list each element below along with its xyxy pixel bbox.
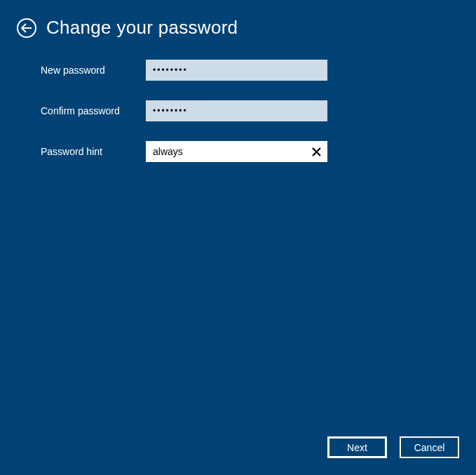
- new-password-label: New password: [41, 65, 146, 76]
- new-password-row: New password: [41, 60, 476, 81]
- confirm-password-label: Confirm password: [41, 105, 146, 116]
- header: Change your password: [0, 0, 476, 39]
- password-hint-label: Password hint: [41, 146, 146, 157]
- cancel-button[interactable]: Cancel: [400, 436, 459, 458]
- back-arrow-icon: [21, 23, 32, 33]
- clear-hint-button[interactable]: [309, 145, 323, 159]
- new-password-input[interactable]: [146, 60, 327, 81]
- page-title: Change your password: [46, 17, 238, 39]
- close-icon: [312, 147, 321, 156]
- confirm-password-input[interactable]: [146, 100, 327, 121]
- back-button[interactable]: [17, 18, 36, 38]
- password-hint-row: Password hint: [41, 141, 476, 162]
- confirm-password-input-wrapper: [146, 100, 327, 121]
- next-button[interactable]: Next: [327, 436, 387, 458]
- password-hint-input[interactable]: [146, 141, 327, 162]
- confirm-password-row: Confirm password: [41, 100, 476, 121]
- password-hint-input-wrapper: [146, 141, 327, 162]
- new-password-input-wrapper: [146, 60, 327, 81]
- form-area: New password Confirm password Password h…: [0, 39, 476, 162]
- button-bar: Next Cancel: [327, 436, 459, 458]
